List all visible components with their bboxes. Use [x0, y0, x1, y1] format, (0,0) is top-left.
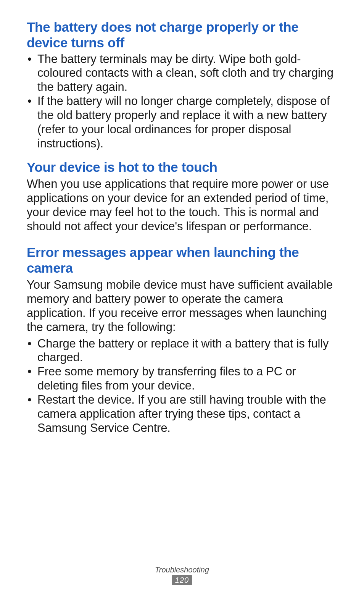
bullet-icon: • — [27, 393, 32, 407]
list-item: • Charge the battery or replace it with … — [27, 337, 337, 365]
bullet-list: • The battery terminals may be dirty. Wi… — [27, 52, 337, 151]
list-item-text: Charge the battery or replace it with a … — [37, 337, 329, 364]
list-item-text: If the battery will no longer charge com… — [37, 94, 330, 150]
bullet-icon: • — [27, 94, 32, 108]
bullet-icon: • — [27, 337, 32, 351]
bullet-icon: • — [27, 365, 32, 379]
list-item: • If the battery will no longer charge c… — [27, 94, 337, 151]
section-heading: Your device is hot to the touch — [27, 159, 337, 175]
bullet-icon: • — [27, 52, 32, 66]
footer-section-name: Troubleshooting — [0, 566, 364, 574]
paragraph: When you use applications that require m… — [27, 177, 337, 234]
page-footer: Troubleshooting 120 — [0, 566, 364, 585]
bullet-list: • Charge the battery or replace it with … — [27, 337, 337, 435]
list-item-text: The battery terminals may be dirty. Wipe… — [37, 52, 333, 94]
document-page: The battery does not charge properly or … — [0, 0, 364, 598]
list-item: • The battery terminals may be dirty. Wi… — [27, 52, 337, 95]
section-heading: The battery does not charge properly or … — [27, 19, 337, 51]
list-item-text: Restart the device. If you are still hav… — [37, 393, 326, 435]
page-number: 120 — [172, 575, 192, 585]
section-heading: Error messages appear when launching the… — [27, 244, 337, 276]
list-item: • Restart the device. If you are still h… — [27, 393, 337, 435]
list-item: • Free some memory by transferring files… — [27, 365, 337, 393]
paragraph: Your Samsung mobile device must have suf… — [27, 278, 337, 335]
list-item-text: Free some memory by transferring files t… — [37, 365, 296, 392]
